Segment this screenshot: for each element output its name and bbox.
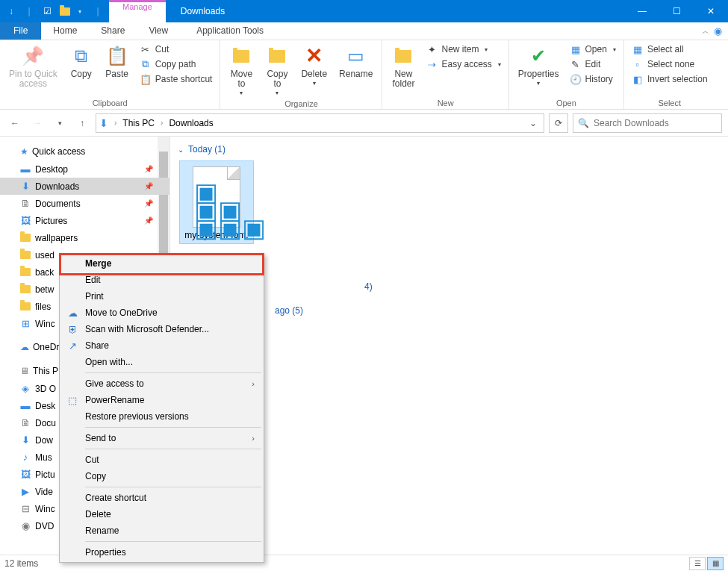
maximize-button[interactable]: ☐ [659, 0, 694, 22]
qat-dropdown-icon[interactable]: ▾ [72, 3, 88, 19]
sidebar-item-documents[interactable]: 🗎Documents📌 [0, 195, 169, 212]
cut-button[interactable]: ✂Cut [137, 43, 216, 56]
move-to-icon [229, 44, 253, 68]
menu-item-delete[interactable]: Delete [61, 506, 262, 522]
breadcrumb-sep-icon[interactable]: › [161, 119, 163, 127]
invert-selection-icon: ◧ [632, 73, 644, 85]
menu-item-create-shortcut[interactable]: Create shortcut [61, 490, 262, 506]
menu-separator [85, 372, 261, 373]
file-tile[interactable]: ▣▣▣▣▣▣ my-system-font. [179, 160, 254, 244]
home-tab[interactable]: Home [41, 22, 89, 40]
properties-button[interactable]: ✔Properties▾ [514, 43, 564, 89]
menu-item-send-to[interactable]: Send to› [61, 430, 262, 446]
menu-item-cut[interactable]: Cut [61, 452, 262, 468]
menu-item-open-with[interactable]: Open with... [61, 354, 262, 370]
quick-access-toolbar: ↓ | ☑ ▾ | [0, 3, 109, 19]
ribbon-collapse-icon[interactable]: ︿ [702, 26, 709, 37]
history-icon: 🕘 [570, 73, 582, 85]
easy-access-button[interactable]: ⇢Easy access▾ [423, 57, 503, 71]
move-to-button[interactable]: Move to▾ [225, 43, 258, 99]
clipboard-group-label: Clipboard [4, 98, 215, 107]
back-button[interactable]: ← [6, 114, 24, 132]
rename-button[interactable]: ▭Rename [335, 43, 377, 81]
breadcrumb[interactable]: ⬇ › This PC › Downloads ⌄ [96, 113, 544, 133]
search-box[interactable]: 🔍 [573, 113, 722, 133]
menu-item-powerrename[interactable]: ⬚PowerRename [61, 392, 262, 408]
copy-button[interactable]: ⧉ Copy [65, 43, 98, 81]
menu-item-properties[interactable]: Properties [61, 544, 262, 561]
documents-icon: 🗎 [19, 198, 31, 210]
breadcrumb-downloads[interactable]: Downloads [166, 116, 216, 130]
new-item-button[interactable]: ✦New item▾ [423, 43, 503, 56]
sidebar-item-downloads[interactable]: ⬇Downloads📌 [0, 178, 169, 195]
manage-contextual-tab[interactable]: Manage [109, 0, 166, 22]
refresh-button[interactable]: ⟳ [549, 113, 568, 133]
view-tab[interactable]: View [137, 22, 180, 40]
pin-icon: 📌 [144, 216, 153, 225]
downloads-icon: ⬇ [19, 181, 31, 193]
sidebar-item-wallpapers[interactable]: wallpapers [0, 229, 169, 246]
minimize-button[interactable]: — [625, 0, 659, 22]
select-all-button[interactable]: ▦Select all [629, 43, 711, 56]
menu-item-scan-defender[interactable]: ⛨Scan with Microsoft Defender... [61, 321, 262, 337]
down-arrow-icon[interactable]: ↓ [3, 3, 19, 19]
sidebar-item-pictures[interactable]: 🖼Pictures📌 [0, 212, 169, 229]
breadcrumb-sep-icon[interactable]: › [114, 119, 116, 127]
edit-button[interactable]: ✎Edit [567, 57, 619, 71]
organize-group-label: Organize [225, 99, 377, 108]
menu-item-give-access[interactable]: Give access to› [61, 375, 262, 392]
downloads-location-icon: ⬇ [99, 117, 111, 129]
invert-selection-button[interactable]: ◧Invert selection [629, 72, 711, 86]
large-icons-view-button[interactable]: ▦ [707, 557, 724, 570]
close-button[interactable]: ✕ [694, 0, 728, 22]
menu-item-rename[interactable]: Rename [61, 522, 262, 539]
ribbon-tabs: File Home Share View Application Tools ︿… [0, 22, 728, 40]
file-tab[interactable]: File [0, 22, 41, 40]
up-button[interactable]: ↑ [73, 114, 91, 132]
recent-locations-button[interactable]: ▾ [51, 114, 69, 132]
menu-item-merge[interactable]: Merge [61, 255, 262, 272]
breadcrumb-dropdown-icon[interactable]: ⌄ [526, 118, 541, 128]
application-tools-tab[interactable]: Application Tools [184, 22, 276, 40]
new-folder-button[interactable]: New folder [387, 43, 420, 90]
open-group-label: Open [514, 98, 619, 107]
pin-icon: 📌 [21, 44, 45, 68]
menu-item-print[interactable]: Print [61, 288, 262, 305]
submenu-arrow-icon: › [252, 379, 255, 388]
copy-path-button[interactable]: ⧉Copy path [137, 57, 216, 71]
pin-to-quick-access-button[interactable]: 📌 Pin to Quick access [4, 43, 62, 90]
share-tab[interactable]: Share [89, 22, 137, 40]
desktop-icon: ▬ [19, 163, 31, 175]
group-header-today[interactable]: ⌄Today (1) [178, 141, 721, 157]
search-input[interactable] [594, 118, 717, 128]
history-button[interactable]: 🕘History [567, 72, 619, 86]
forward-button[interactable]: → [28, 114, 46, 132]
copy-to-button[interactable]: Copy to▾ [261, 43, 293, 99]
downloads-icon: ⬇ [19, 434, 31, 446]
folder-icon[interactable] [57, 3, 73, 19]
context-menu: Merge Edit Print ☁Move to OneDrive ⛨Scan… [59, 253, 264, 563]
menu-item-edit[interactable]: Edit [61, 272, 262, 288]
breadcrumb-this-pc[interactable]: This PC [119, 116, 158, 130]
sidebar-item-desktop[interactable]: ▬Desktop📌 [0, 160, 169, 178]
menu-separator [85, 487, 261, 487]
menu-item-move-onedrive[interactable]: ☁Move to OneDrive [61, 305, 262, 321]
menu-item-restore-versions[interactable]: Restore previous versions [61, 408, 262, 425]
powerrename-icon: ⬚ [66, 393, 79, 407]
delete-button[interactable]: ✕Delete▾ [296, 43, 332, 89]
details-view-button[interactable]: ☰ [689, 557, 706, 570]
paste-shortcut-icon: 📋 [140, 73, 152, 85]
3d-icon: ◈ [19, 383, 31, 395]
paste-shortcut-button[interactable]: 📋Paste shortcut [137, 72, 216, 86]
open-button[interactable]: ▦Open▾ [567, 43, 619, 56]
quick-access-header[interactable]: ★Quick access [0, 143, 169, 160]
select-none-icon: ▫ [632, 58, 644, 70]
help-icon[interactable]: ◉ [714, 25, 722, 37]
menu-item-copy[interactable]: Copy [61, 468, 262, 484]
registry-file-icon: ▣▣▣▣▣▣ [187, 164, 246, 230]
menu-item-share[interactable]: ↗Share [61, 337, 262, 354]
properties-icon[interactable]: ☑ [39, 3, 55, 19]
select-none-button[interactable]: ▫Select none [629, 57, 711, 71]
paste-button[interactable]: 📋 Paste [101, 43, 134, 81]
share-icon: ↗ [66, 339, 79, 352]
